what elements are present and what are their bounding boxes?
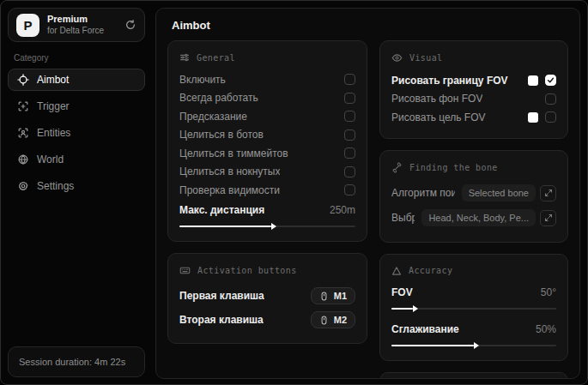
- sidebar-item-label: Aimbot: [37, 74, 69, 86]
- premium-card: P Premium for Delta Force: [8, 8, 145, 42]
- target-bots-checkbox[interactable]: [344, 129, 355, 141]
- page-title: Aimbot: [156, 9, 579, 39]
- entities-icon: [17, 127, 29, 139]
- toggle-label: Рисовать границу FOV: [391, 75, 508, 87]
- fov-border-color-swatch[interactable]: [528, 75, 538, 86]
- selected-bones-row: Выбранные кости Head, Neck, Body, Pe...: [391, 206, 556, 231]
- section-title: Visual: [409, 53, 443, 63]
- app-window: P Premium for Delta Force Category Aimbo…: [0, 0, 588, 385]
- app-logo: P: [16, 14, 39, 37]
- target-knocked-checkbox[interactable]: [344, 166, 355, 177]
- category-label: Category: [14, 53, 139, 63]
- session-duration-card: Session duration: 4m 22s: [8, 346, 145, 377]
- slider-label: Сглаживание: [391, 323, 459, 335]
- smoothing-slider[interactable]: [391, 345, 556, 346]
- toggle-row-target-bots: Целиться в ботов: [179, 126, 355, 145]
- sidebar-item-entities[interactable]: Entities: [8, 122, 145, 144]
- toggle-row-always-work: Всегда работать: [179, 89, 355, 108]
- content: General Включить Всегда работать Предска…: [156, 39, 579, 378]
- fov-slider[interactable]: [391, 308, 556, 310]
- general-section: General Включить Всегда работать Предска…: [167, 40, 367, 242]
- trigger-icon: [17, 100, 29, 112]
- finding-bone-section: Finding the bone Алгоритм поиска костей …: [379, 150, 568, 243]
- slider-value: 50°: [541, 286, 556, 298]
- smoothing-row: Сглаживание 50%: [391, 320, 556, 339]
- first-key-button[interactable]: M1: [311, 287, 355, 304]
- toggle-label: Рисовать цель FOV: [391, 111, 486, 123]
- selected-bones-select[interactable]: Head, Neck, Body, Pe...: [421, 209, 556, 226]
- premium-title: Premium: [47, 14, 104, 26]
- sync-icon[interactable]: [124, 19, 136, 31]
- sidebar-item-aimbot[interactable]: Aimbot: [8, 69, 145, 91]
- sidebar-item-label: Trigger: [37, 100, 70, 112]
- target-teammates-checkbox[interactable]: [344, 147, 355, 159]
- second-key-button[interactable]: M2: [311, 311, 355, 328]
- eye-icon: [391, 52, 403, 63]
- premium-subtitle: for Delta Force: [47, 26, 104, 37]
- globe-icon: [17, 153, 29, 165]
- second-key-row: Вторая клавиша M2: [179, 308, 355, 332]
- toggle-label: Всегда работать: [179, 92, 258, 104]
- section-title: Activation buttons: [197, 266, 297, 275]
- draw-fov-background-checkbox[interactable]: [545, 93, 556, 105]
- key-value: M2: [334, 315, 347, 325]
- section-title: Accuracy: [409, 266, 452, 275]
- sidebar-item-trigger[interactable]: Trigger: [8, 95, 145, 117]
- draw-fov-target-checkbox[interactable]: [545, 111, 556, 123]
- sidebar-item-label: World: [37, 153, 64, 165]
- expand-icon[interactable]: [540, 185, 556, 202]
- bone-algorithm-row: Алгоритм поиска костей Selected bone: [391, 181, 556, 206]
- always-work-checkbox[interactable]: [344, 93, 355, 104]
- first-key-row: Первая клавиша M1: [179, 284, 355, 308]
- max-distance-slider[interactable]: [179, 226, 355, 227]
- fov-target-color-swatch[interactable]: [528, 112, 538, 123]
- main-panel: Aimbot General: [155, 8, 580, 379]
- sidebar-item-world[interactable]: World: [8, 148, 145, 171]
- visibility-check-checkbox[interactable]: [344, 184, 355, 196]
- select-label: Алгоритм поиска костей: [391, 187, 455, 199]
- toggle-row-prediction: Предсказание: [179, 107, 355, 126]
- delta-icon: [391, 266, 402, 276]
- toggle-label: Целиться в тиммейтов: [179, 147, 288, 159]
- section-title: General: [197, 53, 235, 63]
- sidebar-item-settings[interactable]: Settings: [8, 175, 145, 197]
- switch-delay-section: Switch Delay Задержка переключения Задер…: [379, 372, 568, 379]
- key-label: Вторая клавиша: [179, 314, 264, 326]
- session-duration-text: Session duration: 4m 22s: [19, 357, 125, 367]
- fov-row: FOV 50°: [391, 284, 556, 303]
- toggle-row-target-teammates: Целиться в тиммейтов: [179, 144, 355, 163]
- activation-buttons-section: Activation buttons Первая клавиша M1: [167, 253, 367, 344]
- expand-icon[interactable]: [540, 210, 556, 226]
- slider-label: FOV: [391, 286, 413, 298]
- slider-value: 50%: [536, 323, 556, 335]
- toggle-label: Целиться в ботов: [179, 129, 264, 141]
- draw-fov-border-row: Рисовать границу FOV: [391, 71, 556, 90]
- accuracy-section: Accuracy FOV 50° Сглаживание 50%: [379, 254, 568, 361]
- toggle-row-visibility-check: Проверка видимости: [179, 181, 355, 200]
- select-value: Head, Neck, Body, Pe...: [421, 209, 536, 226]
- draw-fov-target-row: Рисовать цель FOV: [391, 108, 556, 127]
- sidebar: P Premium for Delta Force Category Aimbo…: [1, 1, 152, 384]
- select-value: Selected bone: [462, 184, 536, 202]
- section-title: Finding the bone: [409, 163, 498, 172]
- gear-icon: [17, 180, 29, 192]
- toggle-label: Включить: [179, 74, 226, 86]
- keyboard-icon: [179, 265, 191, 276]
- sliders-icon: [179, 52, 190, 63]
- bone-algorithm-select[interactable]: Selected bone: [462, 184, 556, 202]
- slider-value: 250m: [330, 204, 355, 216]
- key-value: M1: [334, 291, 347, 301]
- enable-checkbox[interactable]: [344, 74, 355, 85]
- draw-fov-background-row: Рисовать фон FOV: [391, 90, 556, 109]
- toggle-label: Проверка видимости: [179, 184, 280, 196]
- toggle-label: Рисовать фон FOV: [391, 93, 482, 105]
- crosshair-icon: [17, 74, 29, 86]
- toggle-row-enable: Включить: [179, 70, 355, 89]
- sidebar-item-label: Entities: [37, 127, 70, 139]
- prediction-checkbox[interactable]: [344, 111, 355, 122]
- bone-icon: [391, 162, 403, 173]
- toggle-label: Целиться в нокнутых: [179, 165, 280, 177]
- mouse-icon: [319, 292, 329, 301]
- toggle-label: Предсказание: [179, 111, 247, 123]
- draw-fov-border-checkbox[interactable]: [545, 75, 556, 86]
